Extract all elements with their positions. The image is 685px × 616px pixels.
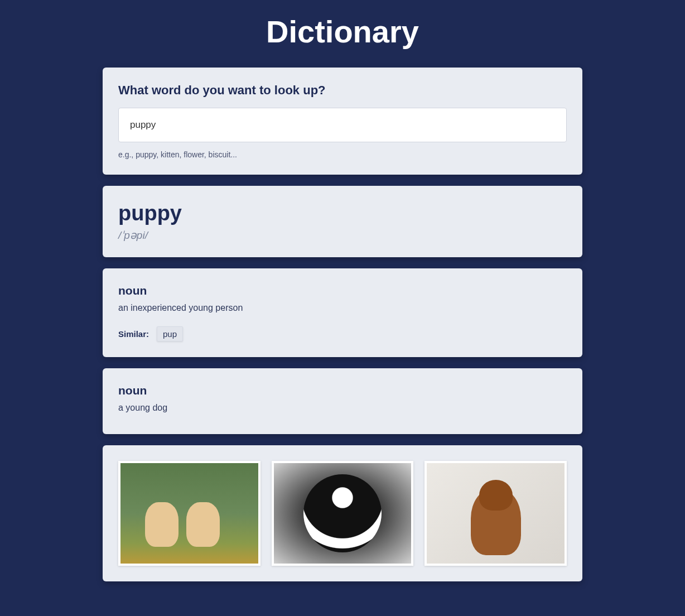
search-label: What word do you want to look up? — [118, 83, 567, 98]
meaning-card: noun a young dog — [103, 368, 582, 434]
search-card: What word do you want to look up? e.g., … — [103, 68, 582, 175]
definition-text: a young dog — [118, 403, 567, 413]
puppy-image-icon — [427, 463, 565, 564]
similar-row: Similar: pup — [118, 326, 567, 341]
similar-chip[interactable]: pup — [157, 326, 183, 341]
result-image[interactable] — [424, 461, 567, 566]
meaning-card: noun an inexperienced young person Simil… — [103, 268, 582, 357]
part-of-speech: noun — [118, 284, 567, 297]
search-hint: e.g., puppy, kitten, flower, biscuit... — [118, 150, 567, 159]
images-card — [103, 445, 582, 581]
word-header-card: puppy /ˈpəpi/ — [103, 186, 582, 257]
result-phonetic: /ˈpəpi/ — [118, 229, 567, 242]
part-of-speech: noun — [118, 384, 567, 397]
result-word: puppy — [118, 201, 567, 225]
page-title: Dictionary — [0, 0, 685, 68]
puppy-image-icon — [274, 463, 412, 564]
search-input[interactable] — [118, 108, 567, 142]
similar-label: Similar: — [118, 329, 149, 339]
puppy-image-icon — [120, 463, 258, 564]
result-image[interactable] — [272, 461, 414, 566]
definition-text: an inexperienced young person — [118, 303, 567, 313]
result-image[interactable] — [118, 461, 261, 566]
